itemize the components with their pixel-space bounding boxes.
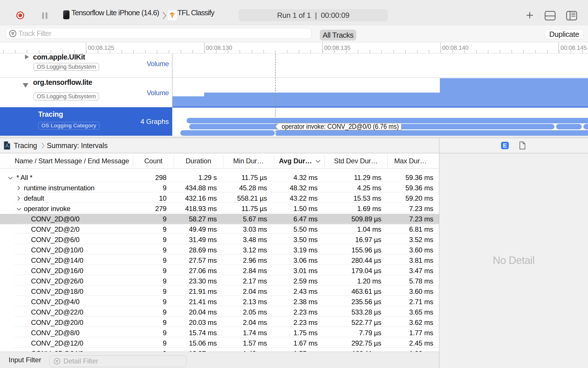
svg-text:operator invoke: CONV_2D@0/0 (: operator invoke: CONV_2D@0/0 (6.76 ms) (282, 123, 399, 130)
